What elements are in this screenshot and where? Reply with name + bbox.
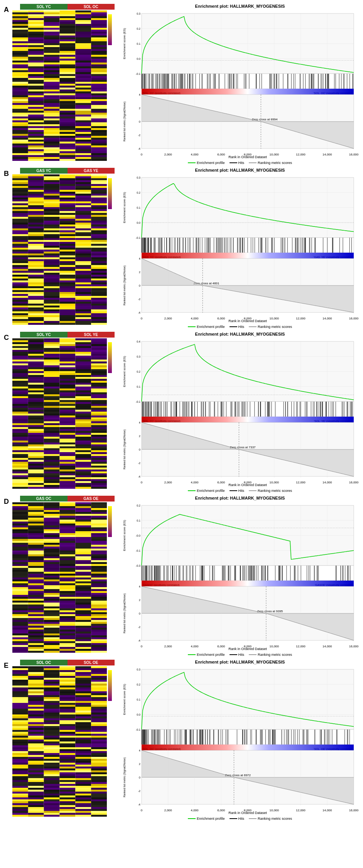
- heatmap-canvas-E: [12, 666, 107, 817]
- legend-text: Ranking metric scores: [258, 325, 292, 329]
- legend-text: Enrichment profile: [197, 653, 225, 657]
- legend-line-green: [188, 162, 196, 163]
- legend-line-gray: [249, 490, 257, 491]
- legend-item-enrichment-profile: Enrichment profile: [188, 817, 225, 821]
- heatmap-section-D: GAS OCGAS OE: [12, 496, 116, 653]
- legend-text: Hits: [238, 161, 245, 165]
- legend-line-black: [230, 654, 237, 655]
- legend-line-gray: [249, 654, 257, 655]
- legend-text: Enrichment profile: [197, 325, 225, 329]
- heatmap-right-label-A: SOL OC: [68, 4, 115, 10]
- gsea-legend-D: Enrichment profileHitsRanking metric sco…: [120, 653, 360, 657]
- gsea-canvas-E: [120, 665, 360, 816]
- legend-item-ranking-metric-scores: Ranking metric scores: [249, 653, 292, 657]
- gsea-canvas-D: [120, 502, 360, 652]
- panel-row-A: ASOL YCSOL OCEnrichment plot: HALLMARK_M…: [4, 4, 359, 165]
- legend-item-hits: Hits: [230, 325, 245, 329]
- colorbar-C: [108, 342, 112, 373]
- gsea-canvas-B: [120, 174, 360, 324]
- colorbar-B: [108, 178, 112, 209]
- legend-line-green: [188, 654, 196, 655]
- gsea-section-B: Enrichment plot: HALLMARK_MYOGENESISEnri…: [120, 168, 360, 329]
- panel-label-D: D: [4, 496, 12, 506]
- legend-text: Ranking metric scores: [258, 489, 292, 493]
- legend-item-enrichment-profile: Enrichment profile: [188, 489, 225, 493]
- panel-row-E: ESOL OCSOL OEEnrichment plot: HALLMARK_M…: [4, 660, 359, 821]
- heatmap-canvas-A: [12, 10, 107, 161]
- legend-text: Ranking metric scores: [258, 161, 292, 165]
- legend-text: Hits: [238, 817, 245, 821]
- legend-item-ranking-metric-scores: Ranking metric scores: [249, 817, 292, 821]
- heatmap-right-label-D: GAS OE: [68, 496, 115, 502]
- legend-text: Ranking metric scores: [258, 817, 292, 821]
- gsea-title-B: Enrichment plot: HALLMARK_MYOGENESIS: [120, 168, 360, 172]
- legend-line-gray: [249, 818, 257, 819]
- legend-text: Hits: [238, 653, 245, 657]
- legend-item-enrichment-profile: Enrichment profile: [188, 653, 225, 657]
- legend-line-green: [188, 326, 196, 327]
- legend-line-black: [230, 490, 237, 491]
- gsea-legend-E: Enrichment profileHitsRanking metric sco…: [120, 817, 360, 821]
- panel-row-B: BGAS YCGAS YEEnrichment plot: HALLMARK_M…: [4, 168, 359, 329]
- heatmap-left-label-E: SOL OC: [20, 660, 68, 665]
- panel-row-C: CSOL YCSOL YEEnrichment plot: HALLMARK_M…: [4, 332, 359, 493]
- gsea-legend-A: Enrichment profileHitsRanking metric sco…: [120, 161, 360, 165]
- legend-text: Ranking metric scores: [258, 653, 292, 657]
- heatmap-section-B: GAS YCGAS YE: [12, 168, 116, 325]
- heatmap-section-C: SOL YCSOL YE: [12, 332, 116, 489]
- legend-line-gray: [249, 326, 257, 327]
- figure-container: ASOL YCSOL OCEnrichment plot: HALLMARK_M…: [0, 0, 363, 827]
- panel-label-C: C: [4, 332, 12, 342]
- heatmap-left-label-A: SOL YC: [20, 4, 68, 10]
- gsea-legend-C: Enrichment profileHitsRanking metric sco…: [120, 489, 360, 493]
- heatmap-left-label-D: GAS OC: [20, 496, 68, 502]
- legend-line-black: [230, 818, 237, 819]
- legend-item-hits: Hits: [230, 817, 245, 821]
- legend-item-hits: Hits: [230, 161, 245, 165]
- panel-label-A: A: [4, 4, 12, 14]
- gsea-section-C: Enrichment plot: HALLMARK_MYOGENESISEnri…: [120, 332, 360, 493]
- legend-item-hits: Hits: [230, 653, 245, 657]
- panel-row-D: DGAS OCGAS OEEnrichment plot: HALLMARK_M…: [4, 496, 359, 657]
- legend-line-black: [230, 326, 237, 327]
- heatmap-right-label-E: SOL OE: [68, 660, 115, 665]
- legend-text: Enrichment profile: [197, 161, 225, 165]
- legend-line-black: [230, 162, 237, 163]
- gsea-title-E: Enrichment plot: HALLMARK_MYOGENESIS: [120, 660, 360, 664]
- gsea-legend-B: Enrichment profileHitsRanking metric sco…: [120, 325, 360, 329]
- legend-text: Enrichment profile: [197, 489, 225, 493]
- legend-item-enrichment-profile: Enrichment profile: [188, 325, 225, 329]
- heatmap-canvas-B: [12, 174, 107, 325]
- legend-text: Hits: [238, 489, 245, 493]
- legend-item-ranking-metric-scores: Ranking metric scores: [249, 489, 292, 493]
- heatmap-left-label-B: GAS YC: [20, 168, 68, 174]
- legend-line-green: [188, 818, 196, 819]
- heatmap-canvas-D: [12, 502, 107, 653]
- legend-line-gray: [249, 162, 257, 163]
- gsea-section-D: Enrichment plot: HALLMARK_MYOGENESISEnri…: [120, 496, 360, 657]
- gsea-title-A: Enrichment plot: HALLMARK_MYOGENESIS: [120, 4, 360, 8]
- heatmap-canvas-C: [12, 338, 107, 489]
- panel-label-B: B: [4, 168, 12, 178]
- heatmap-section-E: SOL OCSOL OE: [12, 660, 116, 817]
- legend-line-green: [188, 490, 196, 491]
- gsea-canvas-A: [120, 10, 360, 160]
- legend-text: Hits: [238, 325, 245, 329]
- heatmap-left-label-C: SOL YC: [20, 332, 68, 338]
- gsea-section-A: Enrichment plot: HALLMARK_MYOGENESISEnri…: [120, 4, 360, 165]
- gsea-title-C: Enrichment plot: HALLMARK_MYOGENESIS: [120, 332, 360, 336]
- heatmap-right-label-C: SOL YE: [68, 332, 115, 338]
- colorbar-D: [108, 506, 112, 537]
- heatmap-section-A: SOL YCSOL OC: [12, 4, 116, 161]
- legend-item-ranking-metric-scores: Ranking metric scores: [249, 161, 292, 165]
- legend-text: Enrichment profile: [197, 817, 225, 821]
- gsea-title-D: Enrichment plot: HALLMARK_MYOGENESIS: [120, 496, 360, 500]
- gsea-canvas-C: [120, 338, 360, 488]
- legend-item-enrichment-profile: Enrichment profile: [188, 161, 225, 165]
- heatmap-right-label-B: GAS YE: [68, 168, 115, 174]
- colorbar-E: [108, 670, 112, 701]
- gsea-section-E: Enrichment plot: HALLMARK_MYOGENESISEnri…: [120, 660, 360, 821]
- colorbar-A: [108, 14, 112, 45]
- panel-label-E: E: [4, 660, 12, 670]
- legend-item-ranking-metric-scores: Ranking metric scores: [249, 325, 292, 329]
